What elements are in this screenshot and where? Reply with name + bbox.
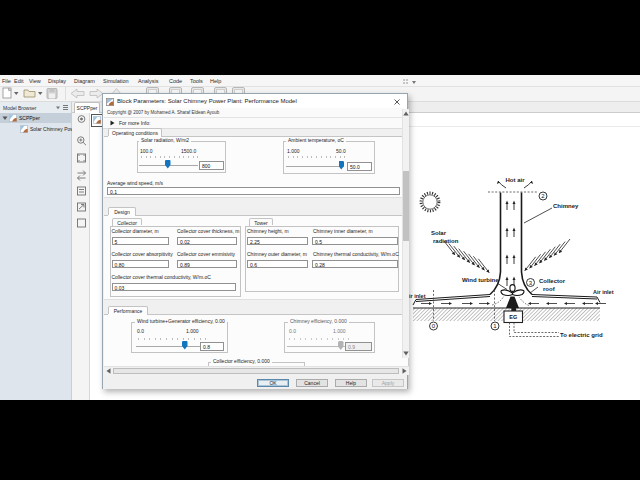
svg-text:Air inlet: Air inlet — [593, 289, 614, 295]
svg-text:To electric grid: To electric grid — [560, 332, 603, 338]
svg-text:roof: roof — [543, 286, 556, 292]
svg-text:Wind turbine: Wind turbine — [462, 277, 499, 283]
svg-text:Chimney: Chimney — [553, 203, 579, 209]
svg-text:EG: EG — [509, 314, 517, 320]
svg-text:Hot air: Hot air — [505, 177, 525, 183]
svg-text:Collector: Collector — [539, 278, 566, 284]
svg-text:Solar: Solar — [431, 230, 447, 236]
